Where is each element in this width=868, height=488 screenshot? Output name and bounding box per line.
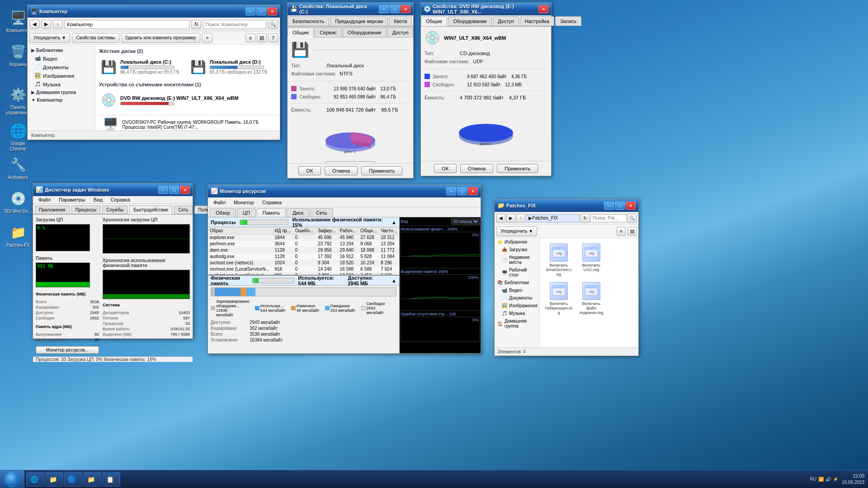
props-c-apply-btn[interactable]: Применить [361,166,402,175]
table-row[interactable]: perfmon.exe3644023 79213 2048 06813 204 [208,241,399,247]
taskmgr-menu-params[interactable]: Параметры [55,196,89,203]
mem-scroll-btn[interactable]: ▲ [392,278,396,283]
resmon-tab-cpu[interactable]: ЦП [237,208,256,217]
patches-view-btn[interactable]: ≡ [617,227,626,236]
uninstall-btn[interactable]: Удалить или изменить программу [121,33,200,43]
sidebar-computer[interactable]: ▼ Компьютер [28,96,95,104]
resmon-minimize[interactable]: ─ [446,187,456,195]
taskmgr-menu-view[interactable]: Вид [90,196,106,203]
explorer-maximize-btn[interactable]: □ [256,7,266,15]
up-btn[interactable]: ↑ [53,20,63,29]
reg-file-hibernate[interactable]: .reg Включить Гибернация.reg [545,282,572,315]
sidebar-vid[interactable]: 📹 Видео [495,286,539,294]
patches-search-btn[interactable]: 🔍 [627,214,637,223]
sidebar-music[interactable]: 🎵 Музыка [28,80,95,89]
sidebar-libs[interactable]: 📚 Библиотеки [495,279,539,286]
props-dvd-cancel-btn[interactable]: Отмена [460,164,493,173]
props-dvd-apply-btn[interactable]: Применить [497,164,538,173]
sidebar-hgrp[interactable]: 🏠 Домашняя группа [495,317,539,330]
col-private[interactable]: Частн... [379,227,399,235]
patches-more-view-btn[interactable]: ▤ [627,227,637,236]
sidebar-downloads[interactable]: 📥 Загрузки [495,246,539,253]
dvd-tab-hardware[interactable]: Оборудование [448,16,492,26]
tab-security[interactable]: Безопасность [288,16,329,26]
back-btn[interactable]: ◀ [29,20,39,29]
view-detail-btn[interactable]: ▤ [257,33,267,42]
sidebar-video[interactable]: 📹 Видео [28,54,95,63]
reg-file-uac[interactable]: .reg Включить UAC.reg [578,244,605,277]
taskmgr-menu-help[interactable]: Справка [107,196,134,203]
processes-scroll[interactable]: Образ ИД пр... Ошибо... Зафер... Рабоч..… [208,227,399,275]
resmon-menu-file[interactable]: Файл [210,199,229,206]
props-dvd-ok-btn[interactable]: ОК [434,164,457,173]
patches-close[interactable]: ✕ [626,202,636,210]
tab-general[interactable]: Общие [288,28,314,38]
tab-prev-versions[interactable]: Предыдущие версии [330,16,388,26]
table-row[interactable]: svchost.exe (netsvcs)102409 30418 52010 … [208,260,399,266]
resmon-tab-memory[interactable]: Память [257,208,286,217]
patches-organize-btn[interactable]: Упорядочить ▼ [496,226,537,236]
search-input[interactable] [203,20,266,29]
monitor-resources-btn[interactable]: Монитор ресурсов... [36,346,99,354]
more-btn[interactable]: » [202,33,213,43]
props-c-close[interactable]: ✕ [401,5,410,13]
desktop-icon-patches[interactable]: 📁 Patches-FX [2,221,34,250]
taskbar-extra-btn[interactable]: 📋 [102,472,120,487]
tm-tab-services[interactable]: Службы [102,206,127,214]
props-dvd-close[interactable]: ✕ [538,5,548,13]
tab-quota[interactable]: Квота [389,16,412,26]
patches-fwd-btn[interactable]: ▶ [506,214,515,223]
taskbar-explorer2-btn[interactable]: 📁 [83,472,101,487]
table-row[interactable]: explorer.exe1844045 69645 94027 62818 31… [208,235,399,241]
desktop-icon-sdi[interactable]: 💿 SDI Mini Dri... [2,188,34,216]
tm-tab-perf[interactable]: Быстродействие [129,206,172,214]
help-btn[interactable]: ? [268,33,278,42]
organize-btn[interactable]: Упорядочить ▼ [29,33,70,43]
tab-hardware[interactable]: Оборудование [343,28,387,37]
tab-service[interactable]: Сервис [315,28,342,37]
resmon-close[interactable]: ✕ [468,187,478,195]
patches-up-btn[interactable]: ↑ [516,214,525,223]
dvd-tab-settings[interactable]: Настройка [520,16,554,26]
sys-props-btn[interactable]: Свойства системы [72,33,119,43]
col-working[interactable]: Рабоч... [338,227,359,235]
explorer-minimize-btn[interactable]: ─ [245,7,255,15]
taskbar-explorer-btn[interactable]: 📁 [45,472,63,487]
dvd-tab-access[interactable]: Доступ [493,16,519,26]
taskbar-chrome-btn[interactable]: 🔵 [64,472,82,487]
sidebar-mus[interactable]: 🎵 Музыка [495,310,539,317]
desktop-icon-activators[interactable]: 🔧 Activators [2,154,34,182]
refresh-btn[interactable]: ↻ [191,20,201,29]
reg-file-pagefile[interactable]: .reg Включить файл подкачки.reg [578,282,605,315]
resmon-maximize[interactable]: □ [457,187,467,195]
scroll-up-btn[interactable]: ▲ [392,220,396,225]
taskmgr-minimize[interactable]: ─ [158,186,168,194]
reg-file-smartscreen[interactable]: .reg Включить SmartScreen.reg [545,244,572,277]
sidebar-docs[interactable]: 📄 Документы [28,63,95,71]
props-c-maximize[interactable]: □ [390,5,400,13]
sidebar-homegroup[interactable]: ▶ Домашняя группа [28,89,95,96]
col-pid[interactable]: ИД пр... [273,227,293,235]
view-list-btn[interactable]: ≡ [245,33,255,42]
col-errors[interactable]: Ошибо... [293,227,316,235]
patches-maximize[interactable]: □ [615,202,625,210]
resmon-tab-net[interactable]: Сеть [310,208,333,217]
sidebar-favorites[interactable]: ⭐ Избранное [495,238,539,246]
taskmgr-menu-file[interactable]: Файл [35,196,54,203]
props-c-cancel-btn[interactable]: Отмена [325,166,358,175]
dvd-item[interactable]: 💿 DVD RW дисковод (E:) WIN7_ULT_X86_X64_… [99,91,276,109]
table-row[interactable]: audiodg.exe1128017 39216 9125 82811 084 [208,253,399,260]
patches-refresh-btn[interactable]: ↻ [580,214,590,223]
sidebar-doc[interactable]: 📄 Документы [495,294,539,302]
props-c-ok-btn[interactable]: ОК [298,166,321,175]
tm-tab-procs[interactable]: Процессы [71,206,101,214]
disk-c-item[interactable]: 💾 Локальный диск (C:) 86,4 ГБ свободно и… [99,57,181,76]
tm-tab-apps[interactable]: Приложения [35,206,70,214]
sidebar-img[interactable]: 🖼️ Изображения [495,302,539,310]
taskmgr-close[interactable]: ✕ [180,186,190,194]
explorer-close-btn[interactable]: ✕ [267,7,277,15]
col-commit[interactable]: Зафер... [316,227,338,235]
tab-access[interactable]: Доступ [387,28,414,37]
resmon-tab-overview[interactable]: Обзор [210,208,236,217]
col-shared[interactable]: Общи... [359,227,379,235]
